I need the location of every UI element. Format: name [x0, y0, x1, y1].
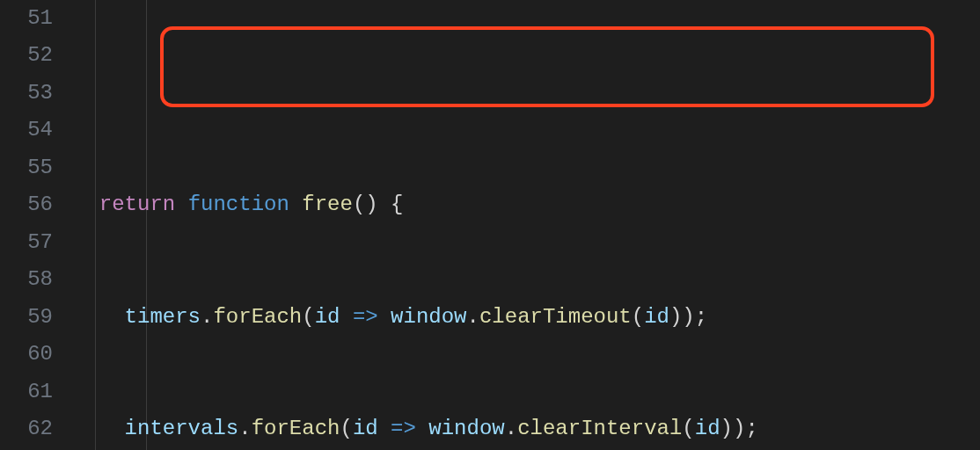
highlight-annotation — [160, 26, 934, 107]
code-editor[interactable]: 51 52 53 54 55 56 57 58 59 60 61 62 retu… — [0, 0, 980, 450]
code-line: timers.forEach(id => window.clearTimeout… — [74, 299, 980, 336]
line-number: 58 — [0, 261, 53, 298]
keyword-return: return — [99, 192, 175, 216]
code-line: intervals.forEach(id => window.clearInte… — [74, 410, 980, 447]
line-number: 55 — [0, 149, 53, 186]
indent-guide — [146, 0, 147, 450]
line-number: 60 — [0, 336, 53, 373]
line-number-gutter: 51 52 53 54 55 56 57 58 59 60 61 62 — [0, 0, 74, 450]
code-area[interactable]: return function free() { timers.forEach(… — [74, 0, 980, 450]
line-number: 62 — [0, 410, 53, 447]
line-number: 52 — [0, 37, 53, 74]
code-line: return function free() { — [74, 186, 980, 223]
line-number: 57 — [0, 224, 53, 261]
method-name: forEach — [252, 417, 340, 440]
identifier: intervals — [125, 417, 239, 440]
keyword-function: function — [188, 192, 289, 216]
identifier: timers — [125, 305, 201, 329]
line-number: 56 — [0, 186, 53, 223]
line-number: 54 — [0, 112, 53, 149]
line-number: 61 — [0, 374, 53, 410]
line-number: 59 — [0, 299, 53, 336]
line-number: 51 — [0, 0, 53, 37]
function-name: free — [302, 192, 353, 216]
indent-guide — [95, 0, 96, 450]
method-name: forEach — [213, 305, 302, 329]
line-number: 53 — [0, 75, 53, 112]
